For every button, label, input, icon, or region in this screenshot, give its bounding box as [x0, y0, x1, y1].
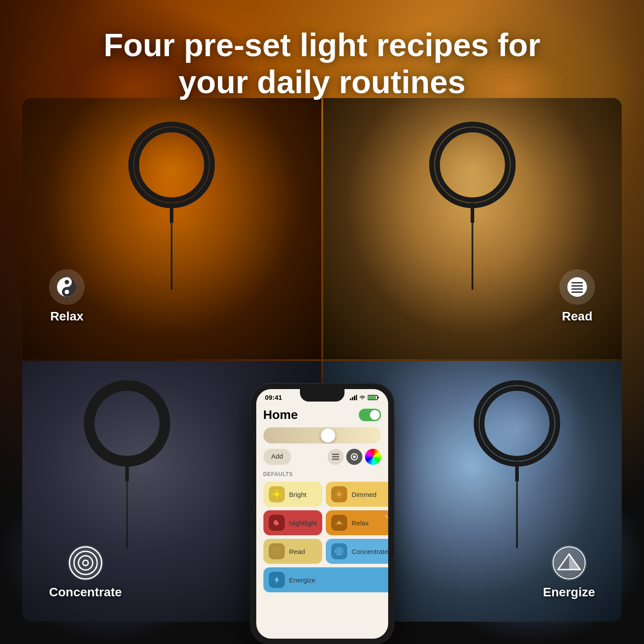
title-line1: Four pre-set light recipes for	[103, 27, 540, 63]
svg-point-21	[479, 386, 555, 461]
recipes-grid: Bright Dimmed	[263, 482, 381, 592]
svg-point-19	[83, 560, 88, 566]
label-read: Read	[559, 269, 595, 324]
app-header: Home	[263, 408, 381, 422]
concentrate-recipe-icon	[331, 543, 347, 559]
nightlight-icon	[269, 515, 285, 531]
svg-point-1	[134, 127, 209, 203]
read-recipe-name: Read	[289, 548, 305, 555]
svg-point-18	[78, 556, 93, 570]
ring-svg-read	[419, 116, 526, 223]
quadrant-read: Read	[323, 98, 622, 359]
phone-notch	[300, 389, 345, 402]
svg-rect-32	[332, 454, 339, 455]
wifi-icon	[359, 395, 366, 400]
read-label: Read	[562, 309, 592, 324]
cord-relax	[171, 223, 172, 290]
svg-rect-31	[378, 397, 379, 398]
cord-read	[472, 223, 473, 290]
svg-rect-25	[350, 398, 351, 400]
svg-point-36	[353, 455, 356, 458]
lines-icon	[566, 276, 588, 298]
sun-icon	[272, 490, 281, 499]
label-concentrate: Concentrate	[49, 545, 122, 599]
svg-rect-30	[368, 396, 376, 399]
svg-point-49	[339, 551, 340, 552]
recipe-energize[interactable]: Energize	[263, 567, 388, 592]
app-title: Home	[263, 408, 298, 422]
svg-point-37	[275, 492, 279, 496]
add-label: Add	[271, 452, 283, 460]
target-icon	[335, 547, 344, 556]
relax-icon	[49, 269, 85, 305]
energize-recipe-icon	[269, 572, 285, 588]
recipe-relax[interactable]: Relax ✏️	[326, 510, 388, 535]
signal-icon	[350, 395, 357, 400]
phone-container: 09:41	[251, 384, 394, 644]
dimmed-sun-icon	[335, 490, 344, 499]
ring-read	[419, 116, 526, 223]
svg-rect-13	[571, 291, 583, 293]
circle-icon	[351, 453, 358, 460]
svg-point-42	[337, 492, 341, 496]
recipe-bright[interactable]: Bright	[263, 482, 323, 507]
recipe-concentrate[interactable]: Concentrate	[326, 539, 388, 564]
read-icon	[559, 269, 595, 305]
book-icon	[272, 547, 281, 556]
lamp-relax	[118, 116, 225, 290]
recipe-dimmed[interactable]: Dimmed	[326, 482, 388, 507]
bright-icon	[269, 486, 285, 502]
ring-concentrate	[74, 374, 180, 481]
concentrate-recipe-name: Concentrate	[352, 548, 388, 555]
lamp-energize	[464, 374, 570, 548]
circles-icon	[68, 545, 103, 581]
page-wrapper: Four pre-set light recipes for your dail…	[0, 0, 644, 644]
relax-recipe-icon	[331, 515, 347, 531]
list-view-button[interactable]	[328, 449, 344, 465]
svg-rect-27	[354, 396, 355, 400]
label-energize: Energize	[543, 545, 595, 599]
svg-point-5	[65, 290, 69, 294]
energize-label: Energize	[543, 585, 595, 599]
svg-point-44	[337, 521, 341, 525]
ring-energize	[464, 374, 570, 481]
concentrate-label: Concentrate	[49, 585, 122, 599]
phone-screen: 09:41	[256, 389, 388, 639]
add-button[interactable]: Add	[263, 449, 291, 465]
svg-rect-34	[332, 459, 339, 460]
ring-svg-energize	[464, 374, 570, 481]
brightness-slider[interactable]	[263, 427, 381, 443]
app-toolbar: Add	[263, 449, 381, 465]
header: Four pre-set light recipes for your dail…	[0, 0, 644, 119]
concentrate-icon	[68, 545, 103, 581]
cord-concentrate	[126, 481, 128, 548]
ring-svg-relax	[118, 116, 225, 223]
lamp-read	[419, 116, 526, 290]
energize-recipe-name: Energize	[289, 576, 316, 584]
circle-view-button[interactable]	[346, 449, 362, 465]
ring-svg-concentrate	[74, 374, 180, 481]
svg-point-4	[65, 280, 69, 284]
dimmed-icon	[331, 486, 347, 502]
svg-point-17	[74, 551, 97, 574]
home-toggle[interactable]	[359, 409, 381, 421]
relax-edit-icon: ✏️	[383, 514, 388, 520]
svg-rect-26	[352, 397, 353, 400]
svg-point-7	[435, 127, 510, 203]
lamp-concentrate	[74, 374, 180, 548]
cord-energize	[516, 481, 518, 548]
phone-outer: 09:41	[251, 384, 394, 644]
nightlight-name: Nightlight	[289, 519, 317, 527]
color-picker-button[interactable]	[365, 449, 381, 465]
relax-label: Relax	[50, 309, 84, 324]
svg-rect-12	[571, 288, 583, 290]
energize-icon	[551, 545, 587, 581]
ring-relax	[118, 116, 225, 223]
recipe-read[interactable]: Read	[263, 539, 323, 564]
phone-app: Home Add	[256, 403, 388, 597]
bright-name: Bright	[289, 491, 307, 498]
energize-icon	[272, 575, 281, 584]
battery-icon	[368, 395, 379, 400]
svg-rect-33	[332, 456, 339, 458]
recipe-nightlight[interactable]: Nightlight	[263, 510, 323, 535]
